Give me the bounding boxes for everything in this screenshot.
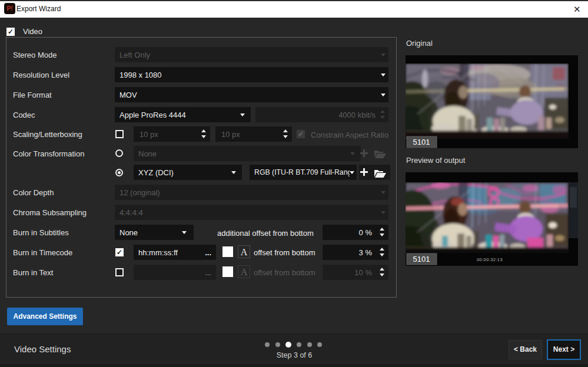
svg-text:5101: 5101 (413, 255, 430, 263)
svg-text:5101: 5101 (413, 138, 430, 146)
svg-text:00:00:32:13: 00:00:32:13 (477, 257, 503, 262)
